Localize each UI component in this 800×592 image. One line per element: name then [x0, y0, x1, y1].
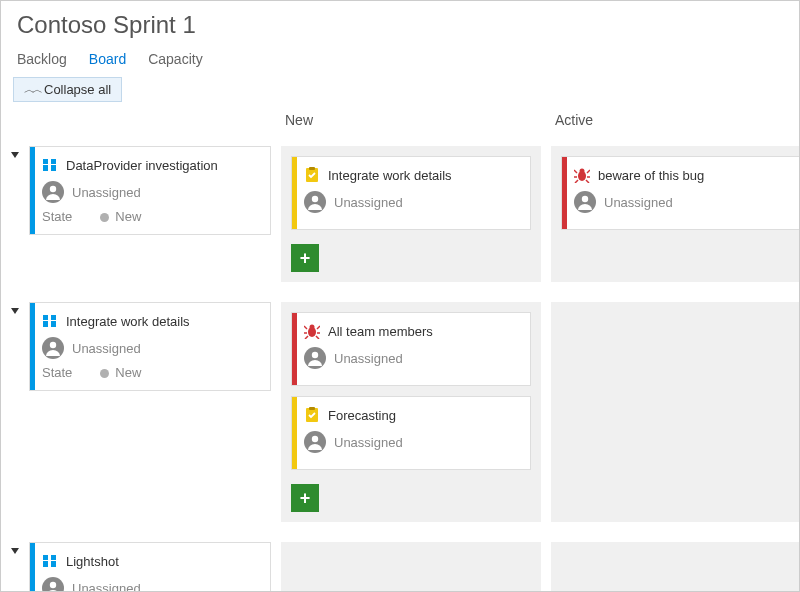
card-stripe — [292, 157, 297, 229]
active-lane — [551, 542, 800, 592]
work-item-card[interactable]: Integrate work details Unassigned — [291, 156, 531, 230]
assignee-label: Unassigned — [72, 341, 141, 356]
state-row: State New — [42, 365, 260, 380]
assignee-row[interactable]: Unassigned — [42, 181, 260, 203]
card-title: All team members — [328, 324, 433, 339]
card-title: DataProvider investigation — [66, 158, 218, 173]
task-icon — [304, 407, 320, 423]
double-chevron-up-icon: ︿︿ — [24, 82, 40, 97]
new-lane — [281, 542, 541, 592]
active-column-header: Active — [551, 112, 800, 136]
assignee-row[interactable]: Unassigned — [42, 337, 260, 359]
work-item-card[interactable]: beware of this bug Unassigned — [561, 156, 800, 230]
backlog-column-header — [11, 112, 271, 132]
card-title: Integrate work details — [66, 314, 190, 329]
work-item-card[interactable]: All team members Unassigned — [291, 312, 531, 386]
card-stripe — [292, 397, 297, 469]
state-value: New — [100, 209, 141, 224]
collapse-all-label: Collapse all — [44, 82, 111, 97]
active-lane: beware of this bug Unassigned — [551, 146, 800, 282]
card-stripe — [562, 157, 567, 229]
assignee-row[interactable]: Unassigned — [304, 347, 520, 369]
task-icon — [304, 167, 320, 183]
card-title: Lightshot — [66, 554, 119, 569]
bug-icon — [574, 167, 590, 183]
tab-capacity[interactable]: Capacity — [148, 51, 202, 67]
state-dot-icon — [100, 369, 109, 378]
unassigned-avatar-icon — [304, 347, 326, 369]
assignee-row[interactable]: Unassigned — [42, 577, 260, 592]
new-lane: Integrate work details Unassigned + — [281, 146, 541, 282]
assignee-label: Unassigned — [72, 581, 141, 593]
assignee-label: Unassigned — [334, 195, 403, 210]
pbi-icon — [42, 553, 58, 569]
assignee-label: Unassigned — [334, 435, 403, 450]
assignee-label: Unassigned — [72, 185, 141, 200]
card-stripe — [30, 303, 35, 390]
assignee-label: Unassigned — [334, 351, 403, 366]
expand-toggle-icon[interactable] — [11, 548, 19, 554]
unassigned-avatar-icon — [304, 191, 326, 213]
card-title: Forecasting — [328, 408, 396, 423]
assignee-label: Unassigned — [604, 195, 673, 210]
assignee-row[interactable]: Unassigned — [304, 191, 520, 213]
card-stripe — [30, 543, 35, 592]
card-title: Integrate work details — [328, 168, 452, 183]
tabs: Backlog Board Capacity — [1, 45, 799, 77]
pbi-icon — [42, 157, 58, 173]
page-title: Contoso Sprint 1 — [1, 1, 799, 45]
tab-backlog[interactable]: Backlog — [17, 51, 67, 67]
expand-toggle-icon[interactable] — [11, 308, 19, 314]
state-row: State New — [42, 209, 260, 224]
new-column-header: New — [281, 112, 541, 136]
assignee-row[interactable]: Unassigned — [574, 191, 790, 213]
card-title: beware of this bug — [598, 168, 704, 183]
pbi-icon — [42, 313, 58, 329]
unassigned-avatar-icon — [42, 337, 64, 359]
add-card-button[interactable]: + — [291, 484, 319, 512]
state-dot-icon — [100, 213, 109, 222]
card-stripe — [30, 147, 35, 234]
add-card-button[interactable]: + — [291, 244, 319, 272]
work-item-card[interactable]: Forecasting Unassigned — [291, 396, 531, 470]
assignee-row[interactable]: Unassigned — [304, 431, 520, 453]
active-lane — [551, 302, 800, 522]
card-stripe — [292, 313, 297, 385]
state-field-label: State — [42, 209, 72, 224]
unassigned-avatar-icon — [42, 181, 64, 203]
state-field-label: State — [42, 365, 72, 380]
unassigned-avatar-icon — [304, 431, 326, 453]
collapse-all-button[interactable]: ︿︿ Collapse all — [13, 77, 122, 102]
tab-board[interactable]: Board — [89, 51, 126, 67]
work-item-card[interactable]: DataProvider investigation Unassigned St… — [29, 146, 271, 235]
unassigned-avatar-icon — [42, 577, 64, 592]
work-item-card[interactable]: Integrate work details Unassigned State … — [29, 302, 271, 391]
expand-toggle-icon[interactable] — [11, 152, 19, 158]
new-lane: All team members Unassigned Forecasting … — [281, 302, 541, 522]
state-value: New — [100, 365, 141, 380]
unassigned-avatar-icon — [574, 191, 596, 213]
work-item-card[interactable]: Lightshot Unassigned — [29, 542, 271, 592]
bug-icon — [304, 323, 320, 339]
